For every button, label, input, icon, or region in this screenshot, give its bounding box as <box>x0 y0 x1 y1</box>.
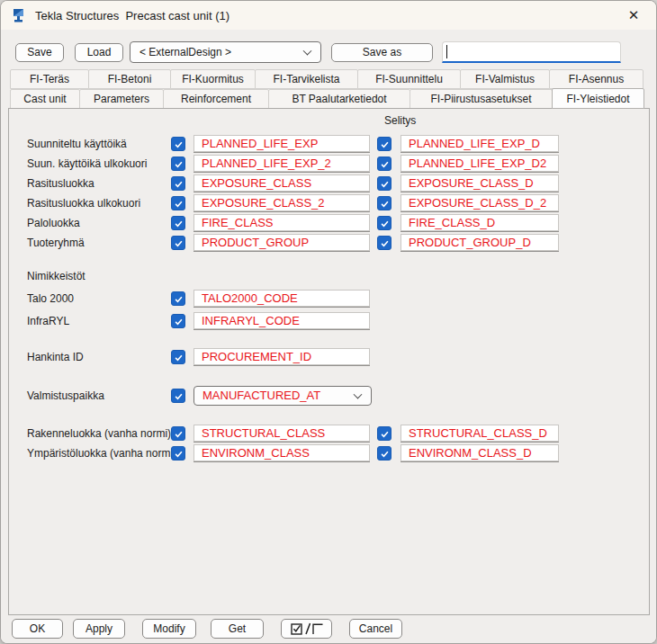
attribute-description-field[interactable]: EXPOSURE_CLASS_D_2 <box>400 194 559 211</box>
attribute-field[interactable]: PLANNED_LIFE_EXP_2 <box>194 155 370 172</box>
tekla-app-icon <box>12 8 27 23</box>
checkbox-checked[interactable] <box>377 236 392 250</box>
cancel-button[interactable]: Cancel <box>349 619 402 639</box>
attribute-description-field[interactable]: PRODUCT_GROUP_D <box>400 234 559 251</box>
tab-row-1: FI-Teräs FI-Betoni FI-Kuormitus FI-Tarvi… <box>10 69 649 89</box>
tab-cast-unit[interactable]: Cast unit <box>10 89 80 109</box>
settings-file-value: < ExternalDesign > <box>140 46 231 58</box>
checkbox-checked[interactable] <box>171 446 185 461</box>
apply-button[interactable]: Apply <box>73 619 125 639</box>
ok-button[interactable]: OK <box>12 619 63 639</box>
field-label: Rasitusluokka ulkokuori <box>27 194 140 212</box>
form-row: InfraRYL INFRARYL_CODE <box>9 312 649 330</box>
tab-fi-kuormitus[interactable]: FI-Kuormitus <box>170 69 256 89</box>
title-bar: Tekla Structures Precast cast unit (1) ✕ <box>1 1 656 30</box>
form-row: Rasitusluokka ulkokuori EXPOSURE_CLASS_2… <box>9 194 649 212</box>
tab-fi-piirustusasetukset[interactable]: FI-Piirustusasetukset <box>410 89 553 109</box>
checkbox-checked[interactable] <box>171 216 185 230</box>
checkbox-checked[interactable] <box>171 137 185 151</box>
attribute-description-field[interactable]: EXPOSURE_CLASS_D <box>400 174 559 192</box>
settings-file-dropdown[interactable]: < ExternalDesign > <box>130 41 321 63</box>
checkbox-checked[interactable] <box>171 426 185 441</box>
attribute-field[interactable]: EXPOSURE_CLASS_2 <box>194 194 370 211</box>
attribute-field[interactable]: FIRE_CLASS <box>194 214 370 231</box>
field-label: Suun. käyttöikä ulkokuori <box>27 155 147 173</box>
form-row: Rakenneluokka (vanha normi) STRUCTURAL_C… <box>9 425 649 443</box>
field-label: Ympäristöluokka (vanha normi) <box>27 444 176 462</box>
checkbox-checked[interactable] <box>377 216 392 230</box>
tab-reinforcement[interactable]: Reinforcement <box>163 89 269 109</box>
checkbox-checked[interactable] <box>171 389 185 403</box>
attribute-field[interactable]: EXPOSURE_CLASS <box>194 174 370 192</box>
attribute-description-field[interactable]: PLANNED_LIFE_EXP_D <box>400 135 559 152</box>
attribute-field[interactable]: ENVIRONM_CLASS <box>194 444 370 461</box>
description-column-header: Selitys <box>384 114 416 127</box>
tab-fi-asennus[interactable]: FI-Asennus <box>549 69 644 89</box>
field-label: InfraRYL <box>27 312 69 330</box>
attribute-field[interactable]: PRODUCT_GROUP <box>194 234 370 251</box>
text-caret <box>446 45 447 58</box>
field-label: Paloluokka <box>27 214 80 232</box>
field-label: Suunniteltu käyttöikä <box>27 135 127 153</box>
checkbox-checked[interactable] <box>377 446 392 461</box>
dialog-footer: OK Apply Modify Get Cancel <box>1 615 656 644</box>
checkbox-checked[interactable] <box>171 196 185 210</box>
checkbox-checked[interactable] <box>171 236 185 250</box>
form-row: Hankinta ID PROCUREMENT_ID <box>9 348 649 366</box>
modify-button[interactable]: Modify <box>142 619 196 639</box>
tab-parameters[interactable]: Parameters <box>79 89 164 109</box>
field-label: Valmistuspaikka <box>27 387 104 405</box>
tab-fi-suunnittelu[interactable]: FI-Suunnittelu <box>357 69 461 89</box>
field-label: Rasitusluokka <box>27 174 94 192</box>
section-label: Nimikkeistöt <box>27 267 86 285</box>
save-as-name-input[interactable] <box>442 41 621 63</box>
window-title: Tekla Structures Precast cast unit (1) <box>35 9 230 22</box>
attribute-field[interactable]: PLANNED_LIFE_EXP <box>194 135 370 152</box>
attribute-field[interactable]: STRUCTURAL_CLASS <box>194 425 370 442</box>
tab-fi-betoni[interactable]: FI-Betoni <box>88 69 171 89</box>
checkbox-checked[interactable] <box>171 314 185 328</box>
checkbox-checked[interactable] <box>171 291 185 306</box>
load-button[interactable]: Load <box>75 43 123 62</box>
tekla-dialog-window: Tekla Structures Precast cast unit (1) ✕… <box>0 0 657 644</box>
attribute-description-field[interactable]: PLANNED_LIFE_EXP_D2 <box>400 155 559 172</box>
tab-page-fi-yleistiedot: Selitys Suunniteltu käyttöikä PLANNED_LI… <box>8 108 650 615</box>
attribute-description-field[interactable]: FIRE_CLASS_D <box>400 214 559 231</box>
save-button[interactable]: Save <box>15 43 64 62</box>
field-label: Tuoteryhmä <box>27 234 85 252</box>
tab-fi-valmistus[interactable]: FI-Valmistus <box>460 69 550 89</box>
checkbox-checked[interactable] <box>377 176 392 191</box>
toggle-checkboxes-button[interactable] <box>281 619 332 639</box>
checkbox-checked[interactable] <box>171 176 185 191</box>
form-row: Paloluokka FIRE_CLASS FIRE_CLASS_D <box>9 214 649 232</box>
close-icon[interactable]: ✕ <box>620 5 647 25</box>
field-label: Hankinta ID <box>27 348 84 366</box>
field-label: Talo 2000 <box>27 290 74 308</box>
get-button[interactable]: Get <box>211 619 264 639</box>
tab-fi-yleistiedot[interactable]: FI-Yleistiedot <box>552 88 644 109</box>
attribute-field[interactable]: TALO2000_CODE <box>194 290 370 307</box>
section-header-row: Nimikkeistöt <box>9 267 649 285</box>
attribute-dropdown-value: MANUFACTURED_AT <box>202 389 320 402</box>
tab-bt-paalutarketiedot[interactable]: BT Paalutarketiedot <box>268 89 410 109</box>
checkbox-checked[interactable] <box>377 137 392 151</box>
form-row: Talo 2000 TALO2000_CODE <box>9 290 649 308</box>
attribute-field[interactable]: INFRARYL_CODE <box>194 312 370 329</box>
checkbox-checked[interactable] <box>171 350 185 364</box>
checkbox-checked[interactable] <box>377 426 392 441</box>
form-row: Rasitusluokka EXPOSURE_CLASS EXPOSURE_CL… <box>9 174 649 192</box>
attribute-dropdown[interactable]: MANUFACTURED_AT <box>194 386 372 406</box>
tab-fi-tarvikelista[interactable]: FI-Tarvikelista <box>255 69 358 89</box>
form-row: Ympäristöluokka (vanha normi) ENVIRONM_C… <box>9 444 649 462</box>
tab-fi-teras[interactable]: FI-Teräs <box>10 69 89 89</box>
save-as-button[interactable]: Save as <box>331 43 433 62</box>
checkbox-checked[interactable] <box>171 157 185 171</box>
checkbox-checked[interactable] <box>377 157 392 171</box>
attribute-description-field[interactable]: ENVIRONM_CLASS_D <box>400 444 559 461</box>
attribute-description-field[interactable]: STRUCTURAL_CLASS_D <box>400 425 559 442</box>
tab-row-2: Cast unit Parameters Reinforcement BT Pa… <box>10 89 649 109</box>
attribute-field[interactable]: PROCUREMENT_ID <box>194 348 370 365</box>
checkbox-checked[interactable] <box>377 196 392 210</box>
field-label: Rakenneluokka (vanha normi) <box>27 425 171 443</box>
form-row: Tuoteryhmä PRODUCT_GROUP PRODUCT_GROUP_D <box>9 234 649 252</box>
